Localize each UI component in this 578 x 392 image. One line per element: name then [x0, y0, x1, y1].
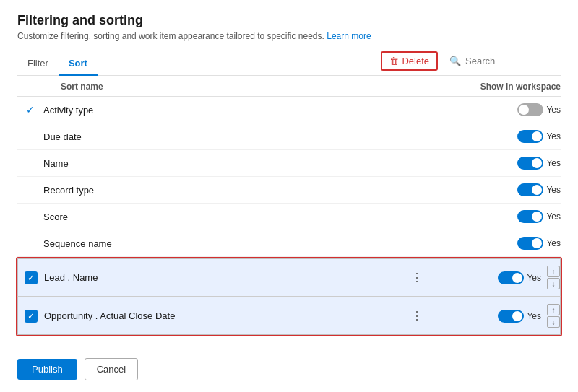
- table-row: Score Yes: [17, 204, 561, 230]
- table-row: Record type Yes: [17, 177, 561, 204]
- row-checkmark: ✓: [26, 104, 35, 116]
- row-name: Opportunity . Actual Close Date: [44, 310, 404, 321]
- search-icon: 🔍: [449, 56, 461, 66]
- col-sort-name: Sort name: [43, 82, 405, 92]
- yes-label: Yes: [546, 158, 561, 168]
- tab-bar: Filter Sort: [17, 52, 98, 75]
- row-more-icon[interactable]: ⋮: [404, 309, 430, 323]
- toolbar: 🗑 Delete 🔍: [381, 51, 561, 75]
- yes-label: Yes: [527, 311, 541, 321]
- publish-button[interactable]: Publish: [17, 359, 77, 380]
- row-more-icon[interactable]: ⋮: [404, 271, 430, 284]
- row-name: Activity type: [43, 105, 405, 116]
- tab-filter[interactable]: Filter: [17, 52, 59, 76]
- sort-down-button[interactable]: ↓: [547, 316, 560, 328]
- row-checkbox-checked[interactable]: ✓: [25, 271, 38, 284]
- delete-label: Delete: [402, 56, 429, 66]
- toggle-due-date[interactable]: [517, 130, 543, 143]
- table-row: Name Yes: [17, 150, 561, 177]
- toggle-activity-type[interactable]: [517, 103, 543, 116]
- page-title: Filtering and sorting: [17, 13, 561, 28]
- tab-sort[interactable]: Sort: [59, 52, 98, 76]
- cancel-button[interactable]: Cancel: [85, 358, 138, 380]
- col-workspace-header: Show in workspace: [431, 82, 561, 92]
- table-row-selected: ✓ Lead . Name ⋮ Yes ↑ ↓: [17, 258, 561, 297]
- yes-label: Yes: [546, 212, 561, 222]
- search-box: 🔍: [445, 53, 561, 69]
- delete-button[interactable]: 🗑 Delete: [381, 51, 438, 71]
- toggle-lead-name[interactable]: [498, 271, 524, 284]
- table-row: Sequence name Yes: [17, 230, 561, 257]
- toggle-sequence-name[interactable]: [517, 237, 543, 250]
- row-name: Name: [43, 158, 405, 169]
- table-body: ✓ Activity type Yes Due date Yes Name: [17, 97, 561, 257]
- table-header: Sort name Show in workspace: [17, 76, 561, 97]
- toggle-name[interactable]: [517, 157, 543, 170]
- yes-label: Yes: [546, 131, 561, 141]
- sort-up-button[interactable]: ↑: [547, 304, 560, 315]
- row-name: Score: [43, 212, 405, 222]
- row-name: Due date: [43, 131, 405, 142]
- selected-rows-group: ✓ Lead . Name ⋮ Yes ↑ ↓ ✓ Opportunity . …: [16, 257, 562, 336]
- page-subtitle: Customize filtering, sorting and work it…: [17, 31, 561, 41]
- yes-label: Yes: [546, 185, 561, 195]
- table-row-selected: ✓ Opportunity . Actual Close Date ⋮ Yes …: [17, 297, 561, 335]
- row-checkbox-checked[interactable]: ✓: [25, 310, 38, 323]
- row-name: Lead . Name: [44, 272, 404, 283]
- row-name: Sequence name: [43, 238, 405, 249]
- search-input[interactable]: [465, 56, 552, 66]
- yes-label: Yes: [546, 105, 561, 115]
- footer: Publish Cancel: [17, 348, 561, 380]
- yes-label: Yes: [546, 238, 561, 248]
- sort-arrows: ↑ ↓: [547, 304, 560, 328]
- toggle-opportunity-date[interactable]: [498, 310, 524, 323]
- trash-icon: 🗑: [389, 56, 399, 66]
- table-row: ✓ Activity type Yes: [17, 97, 561, 123]
- sort-down-button[interactable]: ↓: [547, 278, 560, 289]
- row-name: Record type: [43, 185, 405, 196]
- sort-arrows: ↑ ↓: [547, 266, 560, 289]
- table-row: Due date Yes: [17, 123, 561, 150]
- toggle-score[interactable]: [517, 210, 543, 223]
- learn-more-link[interactable]: Learn more: [327, 31, 371, 41]
- toggle-record-type[interactable]: [517, 183, 543, 196]
- yes-label: Yes: [527, 273, 541, 283]
- sort-up-button[interactable]: ↑: [547, 266, 560, 277]
